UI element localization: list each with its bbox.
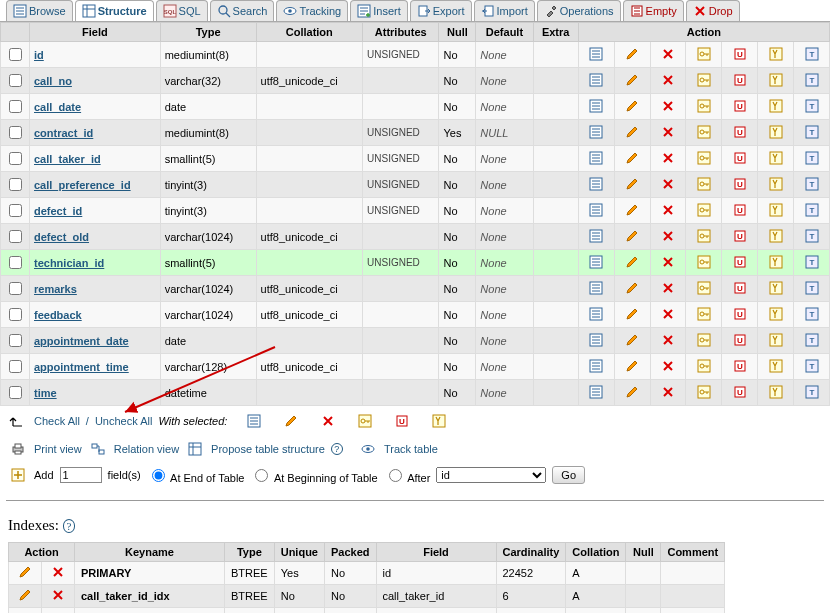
print-view-link[interactable]: Print view xyxy=(34,443,82,455)
row-index-icon[interactable] xyxy=(769,281,783,295)
row-fulltext-icon[interactable]: T xyxy=(805,203,819,217)
row-index-icon[interactable] xyxy=(769,73,783,87)
row-fulltext-icon[interactable]: T xyxy=(805,73,819,87)
row-drop-icon[interactable] xyxy=(661,47,675,61)
check-all-link[interactable]: Check All xyxy=(34,415,80,427)
row-primary-icon[interactable] xyxy=(697,385,711,399)
row-drop-icon[interactable] xyxy=(661,99,675,113)
tab-browse[interactable]: Browse xyxy=(6,0,73,21)
row-checkbox[interactable] xyxy=(9,100,22,113)
row-unique-icon[interactable]: U xyxy=(733,255,747,269)
row-browse-icon[interactable] xyxy=(589,333,603,347)
track-table-link[interactable]: Track table xyxy=(384,443,438,455)
row-index-icon[interactable] xyxy=(769,151,783,165)
field-name-link[interactable]: defect_id xyxy=(34,205,82,217)
indexes-help-icon[interactable]: ? xyxy=(63,519,76,533)
row-drop-icon[interactable] xyxy=(661,359,675,373)
row-checkbox[interactable] xyxy=(9,308,22,321)
row-checkbox[interactable] xyxy=(9,204,22,217)
row-checkbox[interactable] xyxy=(9,48,22,61)
go-button[interactable]: Go xyxy=(552,466,585,484)
row-edit-icon[interactable] xyxy=(625,385,639,399)
row-unique-icon[interactable]: U xyxy=(733,385,747,399)
field-name-link[interactable]: remarks xyxy=(34,283,77,295)
row-drop-icon[interactable] xyxy=(661,125,675,139)
field-name-link[interactable]: call_taker_id xyxy=(34,153,101,165)
row-fulltext-icon[interactable]: T xyxy=(805,359,819,373)
bulk-edit-icon[interactable] xyxy=(284,414,298,428)
row-drop-icon[interactable] xyxy=(661,281,675,295)
tab-structure[interactable]: Structure xyxy=(75,0,154,21)
row-checkbox[interactable] xyxy=(9,152,22,165)
row-checkbox[interactable] xyxy=(9,334,22,347)
tab-empty[interactable]: Empty xyxy=(623,0,684,21)
row-edit-icon[interactable] xyxy=(625,333,639,347)
tab-import[interactable]: Import xyxy=(474,0,535,21)
uncheck-all-link[interactable]: Uncheck All xyxy=(95,415,152,427)
field-name-link[interactable]: defect_old xyxy=(34,231,89,243)
help-icon[interactable]: ? xyxy=(331,443,343,455)
row-index-icon[interactable] xyxy=(769,333,783,347)
row-primary-icon[interactable] xyxy=(697,151,711,165)
row-fulltext-icon[interactable]: T xyxy=(805,229,819,243)
after-field-select[interactable]: id xyxy=(436,467,546,483)
row-fulltext-icon[interactable]: T xyxy=(805,255,819,269)
row-index-icon[interactable] xyxy=(769,47,783,61)
add-count-input[interactable] xyxy=(60,467,102,483)
row-primary-icon[interactable] xyxy=(697,307,711,321)
row-browse-icon[interactable] xyxy=(589,125,603,139)
row-index-icon[interactable] xyxy=(769,99,783,113)
row-drop-icon[interactable] xyxy=(661,255,675,269)
field-name-link[interactable]: feedback xyxy=(34,309,82,321)
row-fulltext-icon[interactable]: T xyxy=(805,47,819,61)
row-index-icon[interactable] xyxy=(769,385,783,399)
row-edit-icon[interactable] xyxy=(625,281,639,295)
row-primary-icon[interactable] xyxy=(697,255,711,269)
row-fulltext-icon[interactable]: T xyxy=(805,333,819,347)
row-fulltext-icon[interactable]: T xyxy=(805,385,819,399)
row-unique-icon[interactable]: U xyxy=(733,333,747,347)
row-index-icon[interactable] xyxy=(769,307,783,321)
row-browse-icon[interactable] xyxy=(589,385,603,399)
row-checkbox[interactable] xyxy=(9,360,22,373)
row-edit-icon[interactable] xyxy=(625,125,639,139)
index-edit-icon[interactable] xyxy=(18,565,32,579)
row-index-icon[interactable] xyxy=(769,125,783,139)
row-checkbox[interactable] xyxy=(9,178,22,191)
row-primary-icon[interactable] xyxy=(697,99,711,113)
index-edit-icon[interactable] xyxy=(18,588,32,602)
row-unique-icon[interactable]: U xyxy=(733,307,747,321)
row-index-icon[interactable] xyxy=(769,229,783,243)
bulk-index-icon[interactable] xyxy=(432,414,446,428)
row-fulltext-icon[interactable]: T xyxy=(805,281,819,295)
field-name-link[interactable]: contract_id xyxy=(34,127,93,139)
row-checkbox[interactable] xyxy=(9,74,22,87)
row-browse-icon[interactable] xyxy=(589,47,603,61)
row-drop-icon[interactable] xyxy=(661,229,675,243)
radio-at-begin[interactable] xyxy=(255,469,268,482)
row-drop-icon[interactable] xyxy=(661,203,675,217)
row-fulltext-icon[interactable]: T xyxy=(805,125,819,139)
bulk-drop-icon[interactable] xyxy=(321,414,335,428)
row-browse-icon[interactable] xyxy=(589,177,603,191)
field-name-link[interactable]: id xyxy=(34,49,44,61)
row-drop-icon[interactable] xyxy=(661,151,675,165)
row-browse-icon[interactable] xyxy=(589,151,603,165)
row-browse-icon[interactable] xyxy=(589,99,603,113)
row-unique-icon[interactable]: U xyxy=(733,47,747,61)
row-drop-icon[interactable] xyxy=(661,177,675,191)
row-primary-icon[interactable] xyxy=(697,73,711,87)
row-edit-icon[interactable] xyxy=(625,255,639,269)
bulk-unique-icon[interactable]: U xyxy=(395,414,409,428)
row-index-icon[interactable] xyxy=(769,255,783,269)
row-unique-icon[interactable]: U xyxy=(733,359,747,373)
row-primary-icon[interactable] xyxy=(697,125,711,139)
row-unique-icon[interactable]: U xyxy=(733,177,747,191)
radio-after[interactable] xyxy=(389,469,402,482)
field-name-link[interactable]: appointment_date xyxy=(34,335,129,347)
row-edit-icon[interactable] xyxy=(625,73,639,87)
field-name-link[interactable]: technician_id xyxy=(34,257,104,269)
row-unique-icon[interactable]: U xyxy=(733,125,747,139)
row-fulltext-icon[interactable]: T xyxy=(805,307,819,321)
tab-tracking[interactable]: Tracking xyxy=(276,0,348,21)
